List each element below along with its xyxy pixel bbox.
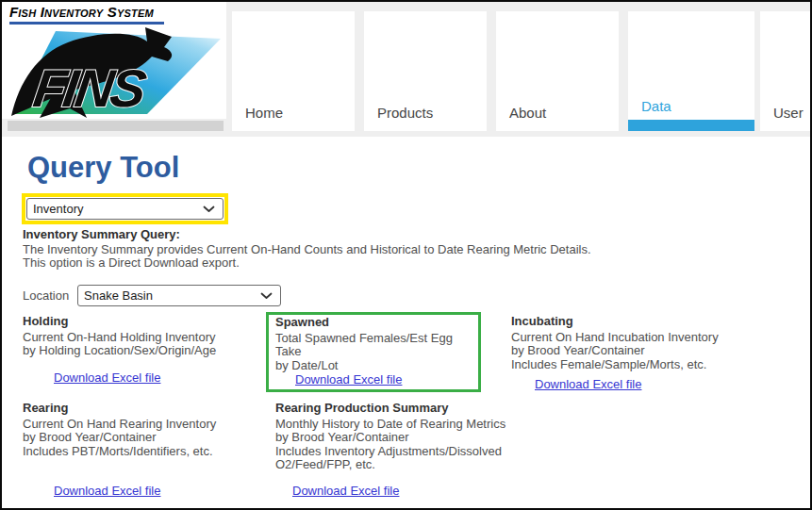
top-navigation-bar: Fish Inventory System FINS Hom bbox=[2, 2, 810, 137]
section-spawned-line: Total Spawned Females/Est Egg Take bbox=[275, 332, 478, 359]
section-incubating-line: by Brood Year/Container bbox=[511, 344, 754, 358]
section-holding-line: by Holding Location/Sex/Origin/Age bbox=[23, 344, 260, 358]
query-summary-heading: Inventory Summary Query: bbox=[23, 227, 180, 241]
tab-user-label: User bbox=[773, 105, 804, 121]
section-rps-line: by Brood Year/Container bbox=[275, 431, 541, 445]
query-type-select[interactable]: Inventory bbox=[26, 198, 224, 220]
section-spawned-title: Spawned bbox=[275, 316, 478, 330]
tab-home-label: Home bbox=[245, 105, 283, 121]
section-incubating-line: Includes Female/Sample/Morts, etc. bbox=[511, 358, 754, 372]
chevron-down-icon bbox=[203, 206, 215, 213]
tab-data[interactable]: Data bbox=[628, 11, 754, 131]
tab-user[interactable]: User bbox=[760, 11, 812, 131]
section-rearing-line: Current On Hand Rearing Inventory bbox=[23, 418, 270, 432]
section-rearing-title: Rearing bbox=[23, 402, 270, 416]
query-summary-note: This option is a Direct Download export. bbox=[23, 255, 240, 270]
logo-underbar bbox=[8, 121, 224, 131]
section-rps-title: Rearing Production Summary bbox=[275, 402, 541, 416]
section-rearing-line: Includes PBT/Morts/Identifiers, etc. bbox=[23, 445, 270, 459]
download-excel-link-rps[interactable]: Download Excel file bbox=[292, 485, 399, 499]
yellow-highlight-box: Inventory bbox=[22, 193, 228, 224]
section-holding-line: Current On-Hand Holding Inventory bbox=[23, 331, 260, 345]
location-select[interactable]: Snake Basin bbox=[77, 285, 281, 306]
tab-products-label: Products bbox=[377, 105, 433, 121]
fins-logo-graphic: FINS bbox=[4, 24, 224, 120]
section-incubating-title: Incubating bbox=[511, 315, 754, 329]
tab-products[interactable]: Products bbox=[364, 11, 487, 131]
query-summary-description: The Inventory Summary provides Current O… bbox=[23, 242, 591, 256]
section-rps-line: Monthly History to Date of Rearing Metri… bbox=[275, 418, 541, 432]
section-rearing-line: by Brood Year/Container bbox=[23, 431, 270, 445]
section-incubating-line: Current On Hand Incubation Inventory bbox=[511, 331, 754, 345]
tab-about-label: About bbox=[509, 105, 546, 121]
tab-home[interactable]: Home bbox=[232, 11, 355, 131]
location-label: Location bbox=[23, 288, 69, 303]
section-spawned-line: by Date/Lot bbox=[275, 359, 478, 373]
section-rps-line: O2/Feed/FPP, etc. bbox=[275, 458, 541, 472]
page-title: Query Tool bbox=[27, 151, 179, 185]
logo-title: Fish Inventory System bbox=[9, 4, 154, 20]
section-holding: Holding Current On-Hand Holding Inventor… bbox=[23, 315, 260, 387]
section-rearing: Rearing Current On Hand Rearing Inventor… bbox=[23, 402, 270, 500]
active-tab-indicator bbox=[628, 120, 754, 131]
section-holding-title: Holding bbox=[23, 315, 260, 329]
logo-acronym: FINS bbox=[30, 58, 150, 118]
section-incubating: Incubating Current On Hand Incubation In… bbox=[511, 315, 754, 392]
section-rearing-production-summary: Rearing Production Summary Monthly Histo… bbox=[275, 402, 541, 500]
fins-logo[interactable]: Fish Inventory System FINS bbox=[2, 2, 226, 119]
download-excel-link-holding[interactable]: Download Excel file bbox=[54, 371, 160, 386]
app-window: Fish Inventory System FINS Hom bbox=[0, 0, 812, 510]
query-type-select-value: Inventory bbox=[33, 202, 83, 216]
section-rps-line: Includes Inventory Adjustments/Dissolved bbox=[275, 445, 541, 459]
download-excel-link-incubating[interactable]: Download Excel file bbox=[535, 378, 641, 392]
tab-about[interactable]: About bbox=[496, 11, 619, 131]
section-spawned-highlighted: Spawned Total Spawned Females/Est Egg Ta… bbox=[266, 312, 481, 392]
tab-data-label: Data bbox=[641, 98, 671, 114]
chevron-down-icon bbox=[260, 292, 273, 300]
location-select-value: Snake Basin bbox=[84, 288, 153, 303]
download-excel-link-rearing[interactable]: Download Excel file bbox=[54, 485, 160, 499]
download-excel-link-spawned[interactable]: Download Excel file bbox=[295, 373, 402, 387]
